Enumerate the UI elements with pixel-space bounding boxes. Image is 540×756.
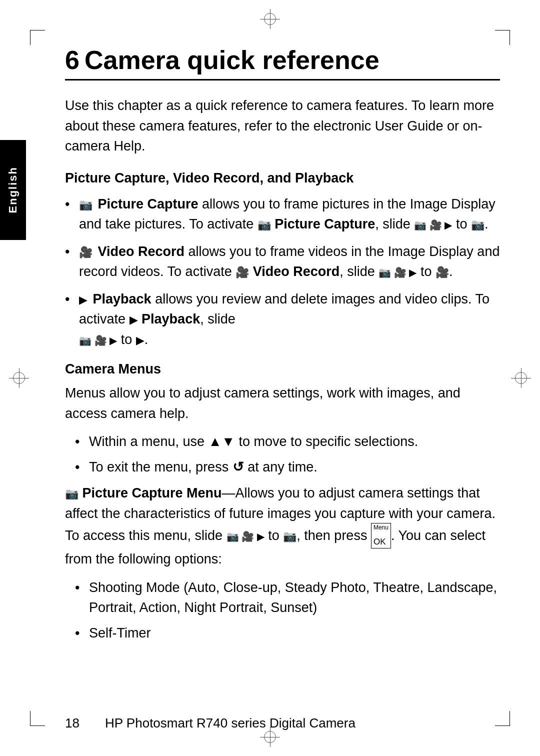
picture-capture-menu-para: 📷 Picture Capture Menu—Allows you to adj… <box>65 483 500 570</box>
crosshair-circle <box>13 372 25 384</box>
chapter-title-text: Camera quick reference <box>84 46 380 74</box>
crosshair-top <box>260 9 280 29</box>
video-record-bold2: Video Record <box>253 264 340 279</box>
camera-icon-inline: 📷 <box>79 198 92 211</box>
section1-heading: Picture Capture, Video Record, and Playb… <box>65 170 500 186</box>
menus-intro-text: Menus allow you to adjust camera setting… <box>65 383 500 424</box>
crosshair-right <box>511 368 531 388</box>
list-item-picture-capture: 📷 Picture Capture allows you to frame pi… <box>65 194 500 234</box>
section2-heading: Camera Menus <box>65 362 500 377</box>
menu-bullet-1-text: Within a menu, use ▲▼ to move to specifi… <box>89 434 418 449</box>
playback-bold2: Playback <box>142 312 200 326</box>
reg-mark-tl <box>30 30 50 50</box>
camera-icon-2: 📷 <box>258 218 271 231</box>
cam-icon-para2: 📷 <box>283 530 296 542</box>
slide-icons-play: 📷 🎥 ▶ <box>79 334 117 346</box>
video-icon-end: 🎥 <box>436 266 449 278</box>
main-content: 6Camera quick reference Use this chapter… <box>65 40 500 716</box>
chapter-number: 6 <box>65 46 80 74</box>
playback-bold: Playback <box>93 292 152 306</box>
options-list: Shooting Mode (Auto, Close-up, Steady Ph… <box>75 578 500 644</box>
option-shooting-mode: Shooting Mode (Auto, Close-up, Steady Ph… <box>75 578 500 618</box>
footer: 18 HP Photosmart R740 series Digital Cam… <box>65 716 500 731</box>
intro-paragraph: Use this chapter as a quick reference to… <box>65 96 500 156</box>
crosshair-left <box>9 368 29 388</box>
camera-icon-end: 📷 <box>471 218 484 231</box>
menu-bullet-2-text: To exit the menu, press ↺ at any time. <box>89 460 318 474</box>
video-record-bold: Video Record <box>98 244 185 259</box>
reg-mark-bl <box>30 706 50 726</box>
crosshair-circle <box>515 372 527 384</box>
self-timer-text: Self-Timer <box>89 626 151 640</box>
play-icon-2: ▶ <box>130 314 138 326</box>
menu-bullets-list: Within a menu, use ▲▼ to move to specifi… <box>75 432 500 477</box>
page-number: 18 <box>65 716 85 731</box>
list-item-video-record: 🎥 Video Record allows you to frame video… <box>65 242 500 282</box>
pcm-bold: Picture Capture Menu <box>82 486 222 500</box>
language-label: English <box>6 166 20 213</box>
crosshair-circle <box>264 731 276 743</box>
slide-icons-cam: 📷 🎥 ▶ <box>414 220 452 230</box>
video-icon-inline: 🎥 <box>79 246 92 258</box>
product-name: HP Photosmart R740 series Digital Camera <box>105 716 356 731</box>
shooting-mode-text: Shooting Mode (Auto, Close-up, Steady Ph… <box>89 580 497 616</box>
play-icon-end: ▶ <box>136 334 144 346</box>
picture-capture-bold2: Picture Capture <box>274 216 375 232</box>
crosshair-circle <box>264 13 276 25</box>
chapter-title: 6Camera quick reference <box>65 45 500 80</box>
language-tab: English <box>0 140 26 240</box>
slide-icons-vid: 📷 🎥 ▶ <box>378 267 416 278</box>
menu-bullet-1: Within a menu, use ▲▼ to move to specifi… <box>75 432 500 452</box>
menu-ok-icon: MenuOK <box>371 523 391 548</box>
feature-list: 📷 Picture Capture allows you to frame pi… <box>65 194 500 350</box>
play-icon-inline: ▶ <box>79 294 88 306</box>
list-item-playback: ▶ Playback allows you review and delete … <box>65 289 500 350</box>
slide-icons-pcm: 📷 🎥 ▶ <box>226 531 264 542</box>
video-icon-2: 🎥 <box>236 266 249 278</box>
picture-capture-bold: Picture Capture <box>98 196 198 212</box>
menu-bullet-2: To exit the menu, press ↺ at any time. <box>75 457 500 478</box>
cam-icon-para: 📷 <box>65 488 78 500</box>
option-self-timer: Self-Timer <box>75 623 500 644</box>
